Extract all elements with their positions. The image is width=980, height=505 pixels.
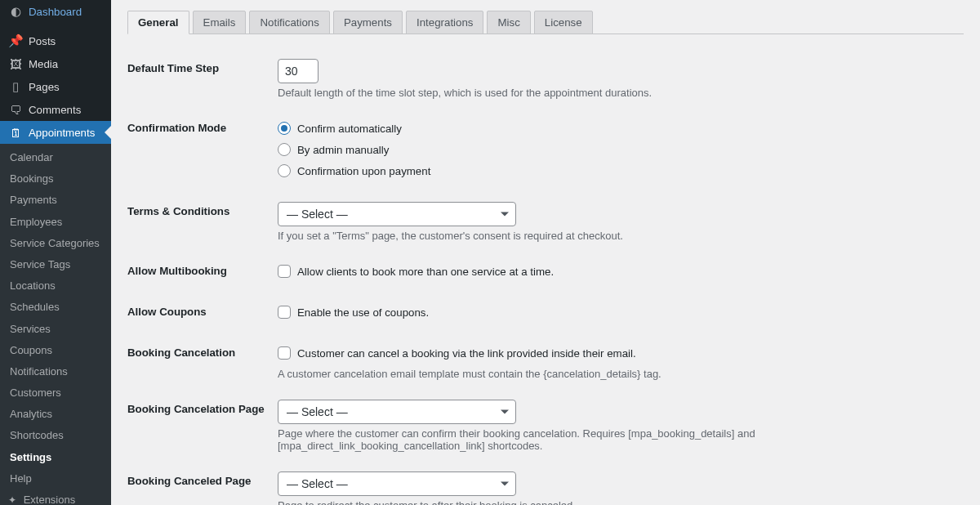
sidebar-item-media[interactable]: 🖾 Media xyxy=(0,52,111,75)
label-coupons: Allow Coupons xyxy=(127,294,278,329)
settings-form: Default Time Step Default length of the … xyxy=(127,51,964,505)
radio-confirm-auto[interactable] xyxy=(278,122,291,135)
radio-confirm-manual[interactable] xyxy=(278,143,291,156)
tab-license[interactable]: License xyxy=(534,11,593,34)
multibooking-checkbox[interactable] xyxy=(278,265,291,278)
label-default-time-step: Default Time Step xyxy=(127,51,278,86)
sub-notifications[interactable]: Notifications xyxy=(0,361,111,382)
media-icon: 🖾 xyxy=(8,57,23,71)
radio-label-payment: Confirmation upon payment xyxy=(297,165,430,177)
sidebar-item-dashboard[interactable]: ◐ Dashboard xyxy=(0,0,111,23)
radio-label-auto: Confirm automatically xyxy=(297,123,402,135)
admin-sidebar: ◐ Dashboard 📌 Posts 🖾 Media ▯ Pages 🗨 Co… xyxy=(0,0,111,505)
tab-emails[interactable]: Emails xyxy=(193,11,247,34)
tab-notifications[interactable]: Notifications xyxy=(249,11,329,34)
extensions-label: Extensions xyxy=(24,494,76,505)
sub-analytics[interactable]: Analytics xyxy=(0,404,111,425)
cancel-page-select-value: — Select — xyxy=(287,405,348,418)
sidebar-label: Comments xyxy=(29,104,81,116)
desc-terms: If you set a "Terms" page, the customer'… xyxy=(278,230,964,242)
sidebar-label: Posts xyxy=(29,35,56,47)
terms-select[interactable]: — Select — xyxy=(278,202,516,226)
sidebar-label: Pages xyxy=(29,81,60,93)
sidebar-item-appointments[interactable]: 🗓 Appointments xyxy=(0,121,111,144)
sub-service-categories[interactable]: Service Categories xyxy=(0,233,111,254)
pin-icon: 📌 xyxy=(8,34,23,48)
sub-bookings[interactable]: Bookings xyxy=(0,168,111,190)
sub-extensions[interactable]: ✦ Extensions xyxy=(0,489,111,505)
desc-booking-cancel: A customer cancelation email template mu… xyxy=(278,368,964,380)
sub-calendar[interactable]: Calendar xyxy=(0,147,111,168)
default-time-step-input[interactable] xyxy=(278,59,318,83)
tab-payments[interactable]: Payments xyxy=(333,11,403,34)
cancel-checkbox[interactable] xyxy=(278,346,291,360)
label-canceled-page: Booking Canceled Page xyxy=(127,463,278,498)
label-terms: Terms & Conditions xyxy=(127,194,278,229)
label-cancel-page: Booking Cancelation Page xyxy=(127,391,278,427)
sub-schedules[interactable]: Schedules xyxy=(0,297,111,318)
calendar-icon: 🗓 xyxy=(8,126,23,140)
desc-cancel-page: Page where the customer can confirm thei… xyxy=(278,427,964,452)
tab-misc[interactable]: Misc xyxy=(487,11,530,34)
settings-panel: General Emails Notifications Payments In… xyxy=(111,0,980,505)
sidebar-item-posts[interactable]: 📌 Posts xyxy=(0,29,111,52)
sidebar-item-comments[interactable]: 🗨 Comments xyxy=(0,98,111,121)
page-icon: ▯ xyxy=(8,79,23,94)
chevron-down-icon xyxy=(501,410,509,414)
settings-tabs: General Emails Notifications Payments In… xyxy=(127,10,964,34)
canceled-page-select-value: — Select — xyxy=(287,477,348,490)
tab-general[interactable]: General xyxy=(127,11,189,34)
sub-locations[interactable]: Locations xyxy=(0,275,111,297)
star-icon: ✦ xyxy=(8,494,16,505)
sub-coupons[interactable]: Coupons xyxy=(0,340,111,361)
sidebar-item-pages[interactable]: ▯ Pages xyxy=(0,75,111,98)
sub-payments[interactable]: Payments xyxy=(0,190,111,211)
sub-service-tags[interactable]: Service Tags xyxy=(0,254,111,275)
chevron-down-icon xyxy=(501,212,509,217)
coupons-check-label: Enable the use of coupons. xyxy=(297,306,429,319)
sub-shortcodes[interactable]: Shortcodes xyxy=(0,425,111,446)
comment-icon: 🗨 xyxy=(8,103,23,117)
sub-services[interactable]: Services xyxy=(0,319,111,340)
coupons-checkbox[interactable] xyxy=(278,306,291,319)
tab-integrations[interactable]: Integrations xyxy=(406,11,483,34)
desc-default-time-step: Default length of the time slot step, wh… xyxy=(278,87,964,99)
dashboard-icon: ◐ xyxy=(8,4,23,19)
sub-help[interactable]: Help xyxy=(0,468,111,489)
multibooking-check-label: Allow clients to book more than one serv… xyxy=(297,266,554,278)
terms-select-value: — Select — xyxy=(287,208,348,221)
radio-label-manual: By admin manually xyxy=(297,144,389,156)
sidebar-label: Appointments xyxy=(29,127,95,139)
cancel-check-label: Customer can cancel a booking via the li… xyxy=(297,347,636,360)
radio-confirm-payment[interactable] xyxy=(278,164,291,177)
label-booking-cancel: Booking Cancelation xyxy=(127,335,278,370)
sub-employees[interactable]: Employees xyxy=(0,212,111,233)
canceled-page-select[interactable]: — Select — xyxy=(278,471,516,496)
sub-customers[interactable]: Customers xyxy=(0,382,111,404)
sub-settings[interactable]: Settings xyxy=(0,447,111,468)
sidebar-label: Media xyxy=(29,58,58,70)
label-multibooking: Allow Multibooking xyxy=(127,253,278,288)
sidebar-label: Dashboard xyxy=(29,6,82,18)
cancel-page-select[interactable]: — Select — xyxy=(278,400,516,424)
desc-canceled-page: Page to redirect the customer to after t… xyxy=(278,499,964,505)
appointments-submenu: Calendar Bookings Payments Employees Ser… xyxy=(0,144,111,505)
label-confirmation-mode: Confirmation Mode xyxy=(127,110,278,145)
chevron-down-icon xyxy=(501,482,509,486)
